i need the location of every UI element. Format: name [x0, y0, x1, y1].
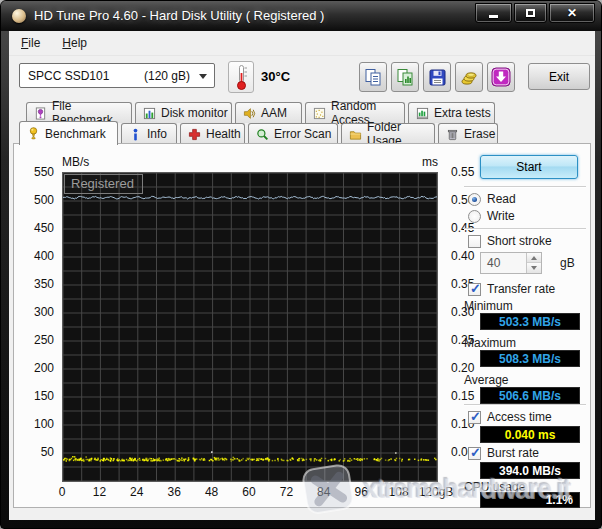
- minimize-button[interactable]: [475, 3, 512, 23]
- read-label: Read: [487, 192, 516, 206]
- axis-tick-label: 400: [34, 249, 54, 263]
- short-stroke-label: Short stroke: [487, 234, 552, 248]
- download-update-icon: [491, 67, 511, 87]
- drive-model: SPCC SSD101: [28, 69, 109, 83]
- checkbox-icon: [468, 283, 481, 296]
- axis-tick-label: 450: [34, 221, 54, 235]
- separator: [464, 186, 586, 188]
- axis-tick-label: 24: [130, 485, 143, 499]
- spin-down-button[interactable]: [527, 263, 541, 273]
- tab-benchmark[interactable]: Benchmark: [19, 121, 118, 145]
- axis-tick-label: 72: [280, 485, 293, 499]
- benchmark-plot: Registered: [62, 172, 438, 482]
- axis-tick-label: 150: [34, 389, 54, 403]
- app-icon: [12, 9, 26, 23]
- thermometer-icon: [235, 64, 248, 91]
- coins-button[interactable]: [455, 62, 483, 92]
- tab-label: Error Scan: [274, 127, 331, 141]
- transfer-rate-label: Transfer rate: [487, 282, 555, 296]
- spin-up-button[interactable]: [527, 253, 541, 263]
- copy-screenshot-icon: [396, 68, 415, 87]
- maximum-label: Maximum: [464, 336, 516, 350]
- menu-file[interactable]: File: [21, 36, 40, 50]
- axis-tick-label: 36: [168, 485, 181, 499]
- tab-label: Benchmark: [45, 127, 106, 141]
- info-icon: [129, 128, 142, 141]
- close-button[interactable]: ✕: [549, 3, 595, 23]
- average-value: 506.6 MB/s: [480, 387, 580, 404]
- download-update-button[interactable]: [487, 62, 515, 92]
- close-icon: ✕: [567, 6, 577, 20]
- axis-tick-label: 100: [34, 417, 54, 431]
- short-stroke-unit: gB: [560, 256, 575, 270]
- drive-capacity: (120 gB): [144, 69, 190, 83]
- y-axis-left-ticks: 55050045040035030025020015010050: [16, 172, 58, 482]
- access-time-label: Access time: [487, 410, 552, 424]
- axis-tick-label: 108: [389, 485, 409, 499]
- tab-label: Extra tests: [434, 106, 491, 120]
- tab-disk-monitor[interactable]: Disk monitor: [135, 102, 232, 123]
- checkbox-icon: [468, 235, 481, 248]
- minimum-label: Minimum: [464, 299, 513, 313]
- transfer-rate-checkbox[interactable]: Transfer rate: [468, 282, 555, 296]
- tab-health[interactable]: Health: [180, 123, 245, 144]
- tab-error-scan[interactable]: Error Scan: [248, 123, 338, 144]
- copy-text-button[interactable]: [359, 62, 387, 92]
- access-time-value: 0.040 ms: [480, 426, 580, 443]
- separator: [464, 228, 586, 230]
- checkbox-icon: [468, 411, 481, 424]
- write-radio[interactable]: Write: [468, 209, 515, 223]
- window-controls: ✕: [475, 3, 595, 23]
- error-scan-icon: [256, 128, 269, 141]
- tab-label: AAM: [261, 106, 287, 120]
- menu-help[interactable]: Help: [62, 36, 87, 50]
- axis-tick-label: 0: [59, 485, 66, 499]
- disk-monitor-icon: [143, 107, 156, 120]
- axis-tick-label: 12: [93, 485, 106, 499]
- trash-icon: [446, 128, 459, 141]
- burst-rate-checkbox[interactable]: Burst rate: [468, 446, 539, 460]
- start-button[interactable]: Start: [480, 155, 578, 179]
- axis-tick-label: 50: [41, 445, 54, 459]
- axis-tick-label: 350: [34, 277, 54, 291]
- app-window: HD Tune Pro 4.60 - Hard Disk Utility ( R…: [0, 0, 602, 529]
- short-stroke-size-value: 40: [487, 256, 500, 270]
- axis-tick-label: 300: [34, 305, 54, 319]
- y-axis-left-unit: MB/s: [62, 155, 89, 169]
- access-time-checkbox[interactable]: Access time: [468, 410, 552, 424]
- copy-screenshot-button[interactable]: [391, 62, 419, 92]
- titlebar[interactable]: HD Tune Pro 4.60 - Hard Disk Utility ( R…: [1, 1, 601, 31]
- spinner-buttons: [526, 253, 541, 273]
- burst-rate-label: Burst rate: [487, 446, 539, 460]
- tab-aam[interactable]: AAM: [235, 102, 302, 123]
- tab-label: Erase: [464, 127, 495, 141]
- temperature-button[interactable]: [228, 61, 254, 93]
- average-label: Average: [464, 373, 508, 387]
- coins-icon: [460, 68, 479, 87]
- temperature-value: 30°C: [261, 69, 290, 84]
- axis-tick-label: 60: [242, 485, 255, 499]
- save-screenshot-button[interactable]: [423, 62, 451, 92]
- exit-button[interactable]: Exit: [528, 63, 590, 90]
- tab-label: Info: [147, 127, 167, 141]
- maximum-value: 508.3 MB/s: [480, 350, 580, 367]
- maximize-button[interactable]: [514, 3, 547, 23]
- tab-file-benchmark[interactable]: File Benchmark: [26, 102, 132, 123]
- radio-icon: [468, 193, 481, 206]
- tab-info[interactable]: Info: [121, 123, 177, 144]
- drive-selector[interactable]: SPCC SSD101 (120 gB): [19, 63, 215, 88]
- minimize-icon: [489, 15, 498, 18]
- tab-erase[interactable]: Erase: [438, 123, 498, 144]
- tab-folder-usage[interactable]: Folder Usage: [341, 123, 435, 144]
- menubar: File Help: [9, 31, 595, 56]
- maximize-icon: [526, 9, 535, 17]
- minimum-value: 503.3 MB/s: [480, 313, 580, 330]
- short-stroke-size-field[interactable]: 40: [480, 252, 542, 274]
- axis-tick-label: 0.40: [451, 249, 474, 263]
- read-radio[interactable]: Read: [468, 192, 516, 206]
- extra-tests-icon: [416, 107, 429, 120]
- short-stroke-checkbox[interactable]: Short stroke: [468, 234, 552, 248]
- axis-tick-label: 120gB: [419, 485, 454, 499]
- axis-tick-label: 250: [34, 333, 54, 347]
- benchmark-icon: [27, 127, 40, 140]
